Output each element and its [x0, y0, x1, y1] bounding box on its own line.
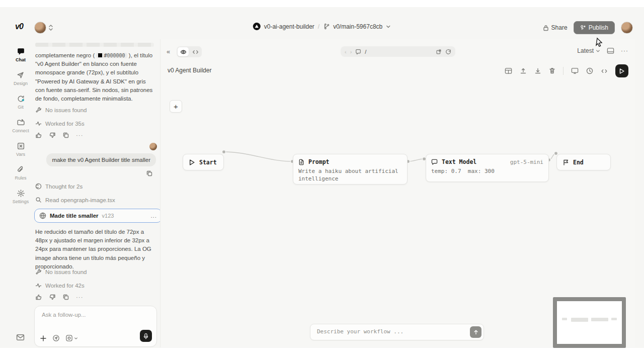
mic-button[interactable] [140, 330, 152, 342]
sidebar-item-design[interactable]: Design [14, 71, 28, 86]
workflow-submit-button[interactable] [470, 326, 481, 338]
url-bar[interactable]: ‹ › / [341, 46, 455, 57]
version-menu-icon[interactable]: ... [150, 213, 157, 219]
lock-icon [543, 25, 549, 31]
preview-canvas: « ‹ › / Latest [160, 39, 635, 347]
thumbs-down-icon[interactable] [49, 132, 56, 139]
top-header: v0 v0-ai-agent-builder / v0/main-5967c8c… [0, 21, 644, 36]
sidebar-item-git[interactable]: Git [17, 95, 25, 110]
add-node-button[interactable]: + [170, 100, 182, 113]
version-dropdown[interactable]: Latest [577, 47, 600, 54]
panel-layout-icon[interactable] [607, 47, 614, 54]
breadcrumb-separator: / [318, 23, 319, 30]
upload-icon[interactable] [520, 67, 527, 74]
user-avatar[interactable] [621, 22, 633, 34]
feedback-row-2: ··· [35, 294, 84, 301]
workflow-input[interactable] [316, 328, 459, 335]
feedback-row-1: ··· [35, 132, 84, 139]
thumbs-down-icon[interactable] [49, 294, 56, 301]
more-actions-icon[interactable]: ··· [76, 294, 84, 300]
chat-panel: completamente negro ( #000000 ), el títu… [34, 39, 158, 348]
thumbs-up-icon[interactable] [35, 294, 42, 301]
node-prompt[interactable]: Prompt Write a haiku about artificial in… [293, 154, 408, 185]
minimap[interactable] [553, 297, 626, 348]
vars-icon [17, 142, 25, 150]
thumbs-up-icon[interactable] [35, 132, 42, 139]
app-window: v0 v0-ai-agent-builder / v0/main-5967c8c… [0, 7, 644, 348]
run-workflow-button[interactable] [615, 64, 628, 77]
sidebar-item-vars[interactable]: Vars [16, 142, 25, 157]
version-card[interactable]: Made title smaller v123 ... [34, 209, 162, 223]
follow-up-input[interactable] [41, 311, 148, 318]
code-view-toggle[interactable] [190, 47, 201, 56]
view-toggle [177, 46, 202, 57]
preview-eye-toggle[interactable] [178, 47, 189, 56]
collapse-panel-icon[interactable]: « [167, 48, 170, 55]
git-branch-icon [323, 23, 330, 30]
url-path[interactable]: / [365, 49, 432, 55]
node-start[interactable]: Start [183, 154, 224, 170]
canvas-more-icon[interactable]: ··· [621, 47, 628, 54]
design-mode-icon[interactable] [52, 334, 60, 342]
mention-source-picker[interactable] [65, 334, 78, 342]
feedback-mail-icon[interactable] [16, 334, 25, 341]
message-text: completamente negro ( [35, 52, 95, 58]
nav-back-icon[interactable]: ‹ [345, 49, 347, 55]
chat-icon [17, 47, 25, 56]
chevron-down-icon[interactable] [386, 24, 391, 29]
node-title: Prompt [308, 158, 330, 165]
more-actions-icon[interactable]: ··· [76, 132, 84, 138]
assistant-message-1: completamente negro ( #000000 ), el títu… [35, 51, 156, 103]
worked-row-1: Worked for 35s [35, 120, 85, 127]
comment-icon[interactable] [355, 49, 361, 55]
monitor-icon[interactable] [571, 67, 579, 74]
node-end[interactable]: End [556, 154, 611, 170]
project-name[interactable]: v0-ai-agent-builder [264, 23, 314, 30]
reasoning-icon [35, 183, 42, 190]
node-text-model[interactable]: Text Model gpt-5-mini temp: 0.7 max: 300 [426, 154, 549, 182]
nav-forward-icon[interactable]: › [350, 49, 352, 55]
clipped-text-line [35, 43, 154, 47]
sidebar-item-label: Git [18, 105, 24, 110]
workspace-avatar[interactable] [34, 22, 46, 34]
download-icon[interactable] [534, 67, 541, 74]
attach-plus-icon[interactable] [40, 335, 47, 342]
play-icon [189, 159, 195, 165]
black-swatch [98, 53, 102, 57]
user-message-bubble: make the v0 Agent Builder title smaller [46, 153, 156, 166]
toolbar-divider [563, 67, 564, 75]
refresh-icon[interactable] [445, 49, 451, 55]
sidebar-item-settings[interactable]: Settings [13, 189, 29, 204]
branch-name[interactable]: v0/main-5967c8cb [333, 23, 382, 30]
read-file-row[interactable]: Read opengraph-image.tsx [35, 197, 115, 203]
version-title: Made title smaller [50, 213, 99, 219]
share-button[interactable]: Share [543, 24, 568, 31]
node-title: End [573, 159, 584, 166]
wrench-icon [35, 107, 42, 113]
history-clock-icon[interactable] [586, 67, 593, 74]
trash-icon[interactable] [549, 67, 555, 74]
sidebar-item-connect[interactable]: Connect [12, 118, 29, 133]
sidebar-item-chat[interactable]: Chat [16, 47, 26, 62]
copy-icon[interactable] [62, 132, 69, 139]
version-number: v123 [102, 213, 114, 219]
copy-user-message-icon[interactable] [146, 170, 153, 177]
no-issues-row-2: No issues found [35, 268, 87, 275]
sidebar-item-rules[interactable]: Rules [15, 165, 26, 180]
copy-icon[interactable] [62, 294, 69, 301]
code-icon[interactable] [601, 68, 608, 74]
project-icon [253, 23, 261, 30]
canvas-titlebar: v0 Agent Builder [160, 64, 635, 78]
layout-grid-icon[interactable] [505, 67, 512, 74]
node-title: Text Model [442, 158, 476, 165]
v0-logo[interactable]: v0 [15, 22, 23, 31]
publish-button[interactable]: Publish [574, 21, 615, 34]
workflow-prompt-bar [310, 324, 484, 340]
open-external-icon[interactable] [436, 49, 442, 55]
user-message-avatar [149, 143, 157, 150]
message-icon [431, 159, 438, 165]
model-badge: gpt-5-mini [510, 159, 543, 165]
thought-row[interactable]: Thought for 2s [35, 183, 83, 190]
chevron-down-icon [596, 49, 600, 53]
workspace-switcher-icon[interactable] [48, 24, 53, 31]
